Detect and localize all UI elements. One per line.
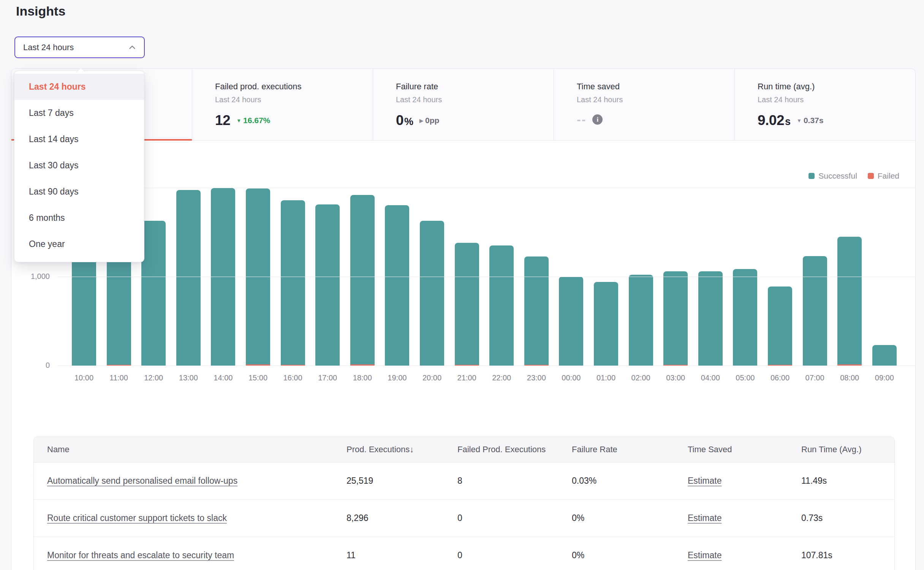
x-tick-label: 23:00 bbox=[519, 374, 554, 382]
x-tick-label: 03:00 bbox=[658, 374, 693, 382]
x-tick-label: 19:00 bbox=[380, 374, 415, 382]
info-icon[interactable]: i bbox=[592, 114, 603, 125]
run-time-avg-cell: 0.73s bbox=[801, 513, 894, 523]
page-title: Insights bbox=[16, 4, 65, 19]
bar-18:00[interactable] bbox=[350, 195, 375, 366]
column-header-run-time-avg-[interactable]: Run Time (Avg.) bbox=[801, 445, 894, 454]
workflow-link[interactable]: Automatically send personalised email fo… bbox=[47, 476, 237, 486]
bar-successful-segment bbox=[698, 271, 723, 366]
summary-tab-subtitle: Last 24 hours bbox=[396, 95, 554, 104]
summary-tab-time-saved[interactable]: Time savedLast 24 hours--i bbox=[554, 69, 735, 140]
workflow-name-cell: Route critical customer support tickets … bbox=[34, 513, 346, 523]
workflow-link[interactable]: Monitor for threats and escalate to secu… bbox=[47, 550, 234, 560]
menu-item-last-7-days[interactable]: Last 7 days bbox=[14, 100, 144, 126]
bar-01:00[interactable] bbox=[594, 282, 618, 366]
bar-successful-segment bbox=[733, 269, 757, 366]
x-tick-label: 15:00 bbox=[240, 374, 275, 382]
bar-16:00[interactable] bbox=[281, 200, 305, 366]
summary-tab-unit: s bbox=[785, 116, 791, 128]
bar-04:00[interactable] bbox=[698, 271, 723, 366]
gridline bbox=[57, 366, 915, 366]
workflow-insights-table: NameProd. Executions↓Failed Prod. Execut… bbox=[33, 437, 895, 570]
y-tick-label: 1,000 bbox=[19, 272, 50, 281]
summary-tab-title: Time saved bbox=[577, 82, 734, 92]
bar-08:00[interactable] bbox=[837, 237, 862, 366]
prod-executions-cell: 25,519 bbox=[346, 476, 457, 486]
x-tick-label: 07:00 bbox=[797, 374, 832, 382]
failed-prod-executions-cell: 0 bbox=[457, 550, 572, 560]
column-header-failure-rate[interactable]: Failure Rate bbox=[572, 445, 688, 454]
bar-21:00[interactable] bbox=[455, 243, 479, 366]
bar-13:00[interactable] bbox=[176, 190, 201, 366]
insights-page: Insights Failed prod. executionsLast 24 … bbox=[0, 0, 924, 570]
x-tick-label: 06:00 bbox=[763, 374, 797, 382]
failed-prod-executions-cell: 8 bbox=[457, 476, 572, 486]
x-tick-label: 17:00 bbox=[310, 374, 345, 382]
bar-17:00[interactable] bbox=[315, 204, 340, 366]
bar-12:00[interactable] bbox=[141, 221, 166, 366]
summary-tab-value-row: 12▼16.67% bbox=[215, 112, 373, 128]
bar-09:00[interactable] bbox=[872, 345, 897, 366]
x-tick-label: 09:00 bbox=[867, 374, 902, 382]
summary-tab-failed-prod-executions[interactable]: Failed prod. executionsLast 24 hours12▼1… bbox=[192, 69, 373, 140]
bar-15:00[interactable] bbox=[246, 188, 270, 366]
menu-item-one-year[interactable]: One year bbox=[14, 231, 144, 257]
x-tick-label: 08:00 bbox=[832, 374, 867, 382]
legend-swatch-icon bbox=[868, 173, 874, 179]
prod-executions-cell: 8,296 bbox=[346, 513, 457, 523]
summary-tab-value-row: 0%▶0pp bbox=[396, 112, 554, 128]
bar-03:00[interactable] bbox=[663, 271, 688, 366]
summary-tab-subtitle: Last 24 hours bbox=[577, 95, 734, 104]
bar-successful-segment bbox=[837, 237, 862, 364]
estimate-link[interactable]: Estimate bbox=[688, 550, 721, 560]
column-header-time-saved[interactable]: Time Saved bbox=[688, 445, 801, 454]
bar-19:00[interactable] bbox=[385, 205, 409, 366]
summary-tab-value-row: --i bbox=[577, 112, 734, 127]
x-tick-label: 10:00 bbox=[66, 374, 101, 382]
menu-item-last-30-days[interactable]: Last 30 days bbox=[14, 152, 144, 179]
bar-23:00[interactable] bbox=[524, 256, 549, 366]
menu-item-last-24-hours[interactable]: Last 24 hours bbox=[14, 74, 144, 100]
bar-02:00[interactable] bbox=[629, 275, 653, 366]
bar-00:00[interactable] bbox=[559, 277, 583, 366]
failure-rate-cell: 0% bbox=[572, 550, 688, 560]
column-header-failed-prod-executions[interactable]: Failed Prod. Executions bbox=[457, 445, 572, 454]
x-tick-label: 04:00 bbox=[693, 374, 728, 382]
summary-tab-failure-rate[interactable]: Failure rateLast 24 hours0%▶0pp bbox=[373, 69, 554, 140]
workflow-link[interactable]: Route critical customer support tickets … bbox=[47, 513, 227, 523]
bar-successful-segment bbox=[315, 204, 340, 366]
bar-successful-segment bbox=[350, 195, 375, 364]
table-header-row: NameProd. Executions↓Failed Prod. Execut… bbox=[34, 437, 894, 462]
x-tick-label: 02:00 bbox=[623, 374, 658, 382]
menu-item-last-90-days[interactable]: Last 90 days bbox=[14, 179, 144, 205]
bar-06:00[interactable] bbox=[768, 287, 792, 366]
sort-desc-icon: ↓ bbox=[410, 445, 414, 454]
bar-11:00[interactable] bbox=[107, 254, 131, 366]
bar-22:00[interactable] bbox=[489, 245, 514, 366]
summary-tab-title: Failed prod. executions bbox=[215, 82, 373, 92]
x-tick-label: 20:00 bbox=[415, 374, 449, 382]
menu-item-6-months[interactable]: 6 months bbox=[14, 205, 144, 231]
bar-successful-segment bbox=[629, 275, 653, 366]
menu-item-last-14-days[interactable]: Last 14 days bbox=[14, 126, 144, 152]
bar-successful-segment bbox=[385, 205, 409, 366]
gridline bbox=[57, 188, 915, 188]
bar-07:00[interactable] bbox=[803, 256, 827, 366]
summary-tab-value: 12 bbox=[215, 112, 230, 128]
summary-tab-value: -- bbox=[577, 112, 586, 127]
summary-tab-run-time-avg[interactable]: Run time (avg.)Last 24 hours9.02s▼0.37s bbox=[735, 69, 915, 140]
column-header-name[interactable]: Name bbox=[34, 445, 346, 454]
chart-legend: SuccessfulFailed bbox=[808, 171, 899, 180]
legend-item-failed: Failed bbox=[868, 171, 899, 180]
run-time-avg-cell: 11.49s bbox=[801, 476, 894, 486]
time-range-dropdown[interactable]: Last 24 hours bbox=[14, 36, 145, 58]
summary-tab-title: Run time (avg.) bbox=[758, 82, 915, 92]
column-header-prod-executions[interactable]: Prod. Executions↓ bbox=[346, 445, 457, 454]
estimate-link[interactable]: Estimate bbox=[688, 513, 721, 523]
bar-10:00[interactable] bbox=[72, 254, 96, 366]
time-saved-cell: Estimate bbox=[688, 476, 801, 486]
bar-20:00[interactable] bbox=[420, 221, 444, 366]
bar-05:00[interactable] bbox=[733, 269, 757, 366]
failed-prod-executions-cell: 0 bbox=[457, 513, 572, 523]
estimate-link[interactable]: Estimate bbox=[688, 476, 721, 486]
